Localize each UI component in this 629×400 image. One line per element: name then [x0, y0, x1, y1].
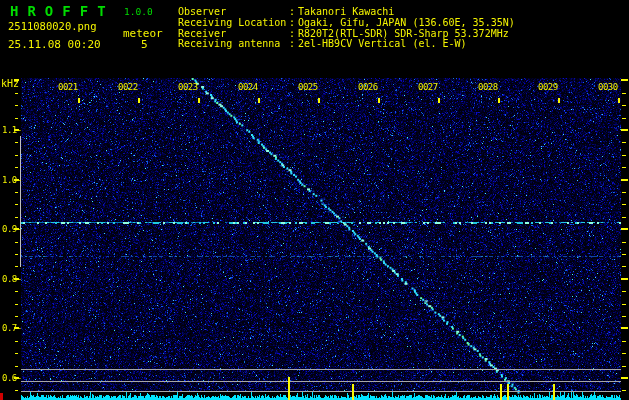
time-tick-label: 0025 — [298, 82, 318, 92]
time-tick-label: 0027 — [418, 82, 438, 92]
header-field-colon: : — [289, 17, 295, 28]
time-tick-label: 0021 — [58, 82, 78, 92]
freq-tick-label: 1.1- — [2, 125, 22, 135]
header-row-antenna: Receiving antenna : 2el-HB9CV Vertical (… — [0, 38, 629, 49]
time-tick-label: 0022 — [118, 82, 138, 92]
header-row-observer: Observer : Takanori Kawachi — [0, 6, 629, 17]
time-tick-label: 0029 — [538, 82, 558, 92]
header-field-label: Receiving antenna — [178, 38, 280, 49]
header-field-value: 2el-HB9CV Vertical (el. E-W) — [298, 38, 467, 49]
time-tick-label: 0026 — [358, 82, 378, 92]
header-row-location: Receiving Location : Ogaki, Gifu, JAPAN … — [0, 17, 629, 28]
time-tick-label: 0028 — [478, 82, 498, 92]
spectrogram-canvas — [0, 0, 629, 400]
header-field-label: Observer — [178, 6, 226, 17]
header-field-colon: : — [289, 38, 295, 49]
freq-tick-label: 1.0- — [2, 175, 22, 185]
header-field-value: Ogaki, Gifu, JAPAN (136.60E, 35.35N) — [298, 17, 515, 28]
time-tick-label: 0030 — [598, 82, 618, 92]
freq-tick-label: 0.6- — [2, 373, 22, 383]
freq-axis-unit: kHz — [1, 78, 19, 89]
header-field-label: Receiving Location — [178, 17, 286, 28]
header-field-colon: : — [289, 6, 295, 17]
time-tick-label: 0024 — [238, 82, 258, 92]
header-field-value: Takanori Kawachi — [298, 6, 394, 17]
freq-tick-label: 0.9- — [2, 224, 22, 234]
freq-tick-label: 0.7- — [2, 323, 22, 333]
freq-tick-label: 0.8- — [2, 274, 22, 284]
time-tick-label: 0023 — [178, 82, 198, 92]
hrofft-screen: HROFFT 1.0.0 2511080020.png meteor 25.11… — [0, 0, 629, 400]
